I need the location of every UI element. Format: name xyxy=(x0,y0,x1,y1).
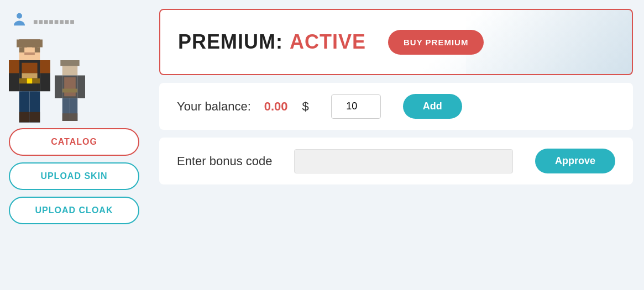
amount-input-wrap xyxy=(331,94,381,119)
avatar-area xyxy=(9,38,139,124)
svg-rect-18 xyxy=(40,60,50,73)
buy-premium-button[interactable]: BUY PREMIUM xyxy=(388,30,484,55)
premium-title: PREMIUM: ACTIVE xyxy=(178,30,366,54)
balance-label: Your balance: xyxy=(177,99,251,114)
upload-cloak-button[interactable]: UPLOAD CLOAK xyxy=(9,197,139,224)
svg-rect-29 xyxy=(77,76,85,98)
premium-card-bg xyxy=(466,10,632,74)
premium-card: PREMIUM: ACTIVE BUY PREMIUM xyxy=(159,9,633,75)
user-header: ■■■■■■■■ xyxy=(9,7,139,38)
svg-point-0 xyxy=(17,13,22,19)
svg-rect-10 xyxy=(22,63,37,73)
svg-rect-11 xyxy=(22,73,37,78)
svg-rect-28 xyxy=(55,76,62,98)
svg-rect-6 xyxy=(17,40,43,48)
catalog-button[interactable]: CATALOG xyxy=(9,128,139,156)
svg-rect-21 xyxy=(19,112,30,123)
balance-card: Your balance: 0.00 $ Add xyxy=(159,83,633,130)
balance-currency: $ xyxy=(302,99,309,114)
bonus-card: Enter bonus code Approve xyxy=(159,138,633,184)
svg-rect-16 xyxy=(9,60,19,73)
svg-rect-14 xyxy=(27,78,32,83)
svg-rect-26 xyxy=(64,77,76,96)
avatar-front xyxy=(9,38,50,124)
premium-status: ACTIVE xyxy=(290,30,366,54)
svg-rect-27 xyxy=(62,89,78,93)
svg-rect-32 xyxy=(62,113,70,121)
bonus-label: Enter bonus code xyxy=(177,154,272,168)
bonus-code-input[interactable] xyxy=(294,149,513,173)
add-button[interactable]: Add xyxy=(403,94,462,119)
svg-rect-8 xyxy=(35,48,40,52)
username-label: ■■■■■■■■ xyxy=(33,17,75,26)
svg-rect-24 xyxy=(60,60,79,66)
premium-label: PREMIUM: xyxy=(178,30,283,54)
balance-amount: 0.00 xyxy=(264,99,288,114)
approve-button[interactable]: Approve xyxy=(535,149,615,173)
svg-rect-22 xyxy=(30,112,40,123)
svg-rect-7 xyxy=(19,48,24,52)
svg-rect-5 xyxy=(24,52,35,55)
nav-buttons: CATALOG UPLOAD SKIN UPLOAD CLOAK xyxy=(9,128,139,224)
svg-rect-33 xyxy=(70,113,78,121)
sidebar: ■■■■■■■■ xyxy=(0,0,148,290)
avatar-back xyxy=(55,57,85,124)
amount-input[interactable] xyxy=(331,94,381,119)
main-content: PREMIUM: ACTIVE BUY PREMIUM Your balance… xyxy=(148,0,644,290)
user-icon xyxy=(11,11,28,31)
upload-skin-button[interactable]: UPLOAD SKIN xyxy=(9,162,139,190)
